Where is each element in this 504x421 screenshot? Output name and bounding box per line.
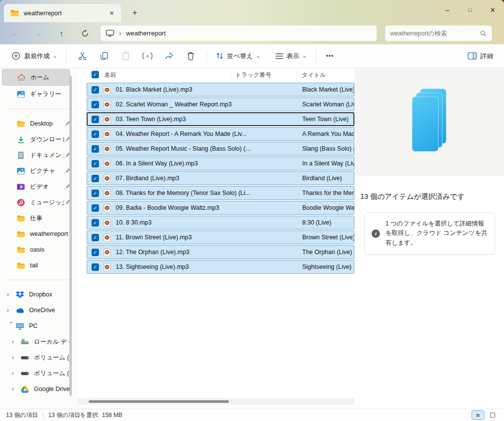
sidebar-item-gallery[interactable]: ギャラリー	[2, 86, 70, 102]
search-box[interactable]	[385, 25, 492, 41]
sidebar-item-volume-d[interactable]: ›ボリューム (D:)	[2, 350, 70, 365]
share-button[interactable]	[158, 48, 180, 65]
file-row-6[interactable]: ✓06. In a Silent Way (Live).mp3In a Sile…	[87, 157, 354, 170]
column-header-title[interactable]: タイトル	[302, 71, 326, 79]
row-checkbox[interactable]: ✓	[92, 130, 99, 138]
file-row-13[interactable]: ✓13. Sightseeing (Live).mp3Sightseeing (…	[87, 260, 354, 274]
row-checkbox[interactable]: ✓	[92, 190, 99, 197]
select-all-checkbox[interactable]: ✓	[92, 71, 99, 78]
row-checkbox[interactable]: ✓	[92, 86, 99, 94]
maximize-button[interactable]: □	[459, 0, 481, 20]
sidebar-scrollbar[interactable]	[69, 76, 72, 396]
sidebar-item-dropbox[interactable]: ›Dropbox	[2, 287, 70, 302]
titlebar[interactable]: weatherreport ✕ + – □ ✕	[0, 0, 504, 22]
toolbar-divider	[66, 50, 66, 62]
thumbnail-view-button[interactable]	[486, 410, 499, 420]
paste-button[interactable]	[115, 48, 136, 65]
back-button[interactable]: ←	[6, 26, 23, 41]
video-icon	[17, 182, 27, 191]
forward-button[interactable]: →	[30, 26, 46, 41]
details-pane-icon	[468, 52, 477, 60]
file-row-4[interactable]: ✓04. Weather Report - A Remark You Made …	[87, 127, 354, 141]
refresh-button[interactable]	[77, 26, 94, 41]
row-checkbox[interactable]: ✓	[92, 263, 99, 271]
new-tab-button[interactable]: +	[129, 7, 141, 19]
rename-button[interactable]: A	[136, 48, 158, 65]
chevron-right-icon[interactable]: ›	[12, 338, 21, 345]
sort-button[interactable]: 並べ替え ⌄	[212, 49, 264, 64]
minimize-button[interactable]: –	[436, 0, 459, 20]
breadcrumb-path[interactable]: weatherreport	[126, 30, 165, 37]
list-view-button[interactable]: ≡	[472, 410, 484, 420]
row-checkbox[interactable]: ✓	[92, 101, 99, 108]
column-header-name[interactable]: 名前	[104, 71, 116, 79]
file-row-9[interactable]: ✓09. Badia - Boodie Woogie Waltz.mp3Bood…	[87, 201, 354, 215]
copy-button[interactable]	[93, 48, 115, 65]
sidebar-item-google-drive[interactable]: ›Google Drive (	[2, 381, 70, 397]
row-checkbox[interactable]: ✓	[92, 219, 99, 227]
sidebar-item-oasis[interactable]: oasis	[2, 242, 70, 258]
chevron-down-icon: ⌄	[302, 53, 307, 59]
file-row-12[interactable]: ✓12. The Orphan (Live).mp3The Orphan (Li…	[87, 245, 354, 259]
column-divider[interactable]	[230, 69, 231, 80]
row-checkbox[interactable]: ✓	[92, 145, 99, 153]
file-row-11[interactable]: ✓11. Brown Street (Live).mp3Brown Street…	[87, 230, 354, 244]
file-row-7[interactable]: ✓07. Birdland (Live).mp3Birdland (Live)	[87, 171, 354, 185]
more-options-button[interactable]: •••	[321, 48, 339, 65]
chevron-right-icon[interactable]: ›	[12, 354, 21, 361]
tab-title: weatherreport	[24, 10, 106, 17]
row-checkbox[interactable]: ✓	[92, 204, 99, 212]
column-header-track[interactable]: トラック番号	[235, 71, 271, 79]
row-checkbox[interactable]: ✓	[92, 234, 99, 241]
new-button[interactable]: 新規作成 ⌄	[8, 49, 61, 64]
cut-button[interactable]	[71, 48, 93, 65]
svg-text:A: A	[146, 53, 149, 59]
breadcrumb-bar[interactable]: › weatherreport	[100, 25, 377, 41]
chevron-right-icon[interactable]: ›	[12, 386, 21, 392]
sidebar-item-videos[interactable]: ビデオ	[2, 179, 70, 194]
sidebar-item-tail[interactable]: tail	[2, 258, 70, 273]
sidebar-item-downloads[interactable]: ダウンロード	[2, 131, 70, 147]
tab-close-icon[interactable]: ✕	[106, 8, 117, 19]
sidebar-item-onedrive[interactable]: ›OneDrive	[2, 302, 70, 318]
row-checkbox[interactable]: ✓	[92, 116, 99, 123]
sidebar-item-local-disk[interactable]: ›ローカル ディスク	[2, 334, 70, 350]
row-checkbox[interactable]: ✓	[92, 249, 99, 256]
file-row-2[interactable]: ✓02. Scarlet Woman _ Weather Report.mp3S…	[87, 97, 354, 111]
chevron-down-icon[interactable]: ›	[8, 322, 15, 330]
horizontal-scrollbar[interactable]	[78, 398, 354, 405]
chevron-right-icon[interactable]: ›	[7, 307, 16, 314]
up-button[interactable]: ↑	[53, 26, 70, 41]
refresh-icon	[81, 30, 89, 37]
chevron-right-icon[interactable]: ›	[12, 370, 21, 377]
sidebar-item-weatherreport[interactable]: weatherreport	[2, 226, 70, 242]
file-row-5[interactable]: ✓05. Weather Report Music - Slang (Bass …	[87, 142, 354, 156]
file-title: Boodie Woogie Wal	[302, 201, 354, 214]
sidebar-item-home[interactable]: ホーム	[2, 69, 70, 86]
file-row-10[interactable]: ✓10. 8 30.mp38:30 (Live)	[87, 216, 354, 229]
document-icon	[17, 151, 27, 160]
sidebar-item-pictures[interactable]: ピクチャ	[2, 163, 70, 179]
sidebar-item-documents[interactable]: ドキュメント	[2, 147, 70, 163]
row-checkbox[interactable]: ✓	[92, 175, 99, 182]
sidebar-item-shigoto[interactable]: 仕事	[2, 210, 70, 226]
file-row-8[interactable]: ✓08. Thanks for the Memory (Tenor Sax So…	[87, 186, 354, 200]
sidebar-item-label: 仕事	[30, 214, 42, 223]
column-divider[interactable]	[297, 69, 297, 80]
horizontal-scrollbar-thumb[interactable]	[89, 400, 229, 403]
close-button[interactable]: ✕	[481, 0, 504, 20]
details-pane-toggle[interactable]: 詳細	[464, 49, 497, 64]
delete-button[interactable]	[180, 48, 201, 65]
file-row-1[interactable]: ✓01. Black Market (Live).mp3Black Market…	[87, 83, 354, 97]
search-input[interactable]	[390, 30, 480, 37]
folder-icon	[17, 261, 27, 270]
sidebar-item-pc[interactable]: ›PC	[2, 318, 70, 334]
row-checkbox[interactable]: ✓	[92, 160, 99, 167]
chevron-right-icon[interactable]: ›	[7, 291, 16, 298]
sidebar-item-volume-f[interactable]: ›ボリューム (F:)	[2, 365, 70, 381]
sidebar-item-music[interactable]: ミュージック	[2, 194, 70, 210]
file-row-3[interactable]: ✓03. Teen Town (Live).mp3Teen Town (Live…	[87, 112, 354, 126]
sidebar-item-desktop[interactable]: Desktop	[2, 116, 70, 131]
explorer-tab[interactable]: weatherreport ✕	[4, 4, 121, 22]
view-button[interactable]: 表示 ⌄	[271, 49, 311, 64]
